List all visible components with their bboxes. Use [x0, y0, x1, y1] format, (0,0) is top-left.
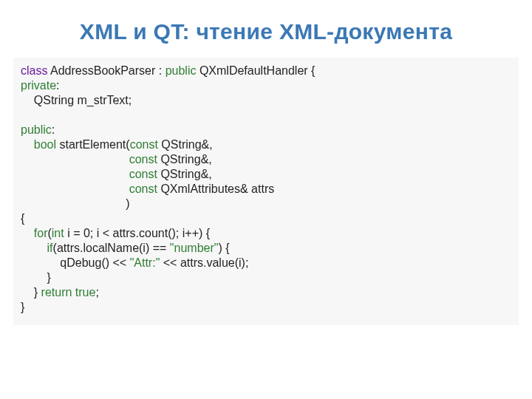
kw-true: true: [75, 286, 96, 299]
code-text: << attrs.value(i);: [160, 256, 248, 269]
kw-const: const: [129, 153, 157, 166]
code-block: class AddressBookParser : public QXmlDef…: [13, 58, 519, 325]
string-literal: "Attr:": [130, 256, 160, 269]
kw-if: if: [47, 242, 53, 254]
code-text: [21, 183, 129, 195]
code-text: QString&,: [157, 168, 212, 180]
slide-title: XML и QT: чтение XML-документа: [0, 0, 532, 58]
code-text: [21, 138, 34, 151]
code-text: [21, 153, 129, 166]
code-text: }: [21, 286, 41, 299]
string-literal: "number": [170, 242, 219, 254]
code-text: }: [21, 301, 24, 313]
code-text: [21, 168, 129, 180]
code-text: QXmlDefaultHandler {: [196, 64, 315, 77]
kw-bool: bool: [34, 138, 56, 151]
code-text: ;: [95, 286, 98, 299]
code-text: i = 0; i < attrs.count(); i++) {: [64, 227, 210, 239]
code-text: }: [21, 271, 51, 284]
kw-for: for: [34, 227, 48, 239]
kw-public: public: [166, 64, 197, 77]
code-text: [21, 227, 34, 239]
kw-public: public: [21, 123, 52, 136]
kw-const: const: [129, 168, 157, 180]
code-text: ): [21, 197, 130, 210]
code-text: ) {: [218, 242, 229, 254]
code-text: [21, 242, 47, 254]
code-text: startElement(: [56, 138, 130, 151]
kw-const: const: [129, 183, 157, 195]
code-text: {: [21, 212, 24, 225]
code-text: QString&,: [158, 138, 213, 151]
code-text: QXmlAttributes& attrs: [157, 183, 274, 195]
kw-const: const: [130, 138, 158, 151]
kw-class: class: [21, 64, 47, 77]
code-text: AddressBookParser :: [47, 64, 165, 77]
kw-private: private: [21, 79, 56, 92]
code-text: (attrs.localName(i) ==: [53, 242, 170, 254]
kw-return: return: [41, 286, 72, 299]
code-text: :: [52, 123, 55, 136]
code-text: QString m_strText;: [21, 94, 132, 106]
code-text: :: [56, 79, 59, 92]
kw-int: int: [52, 227, 64, 239]
code-text: QString&,: [157, 153, 212, 166]
code-text: qDebug() <<: [21, 256, 130, 269]
slide: XML и QT: чтение XML-документа class Add…: [0, 0, 532, 399]
